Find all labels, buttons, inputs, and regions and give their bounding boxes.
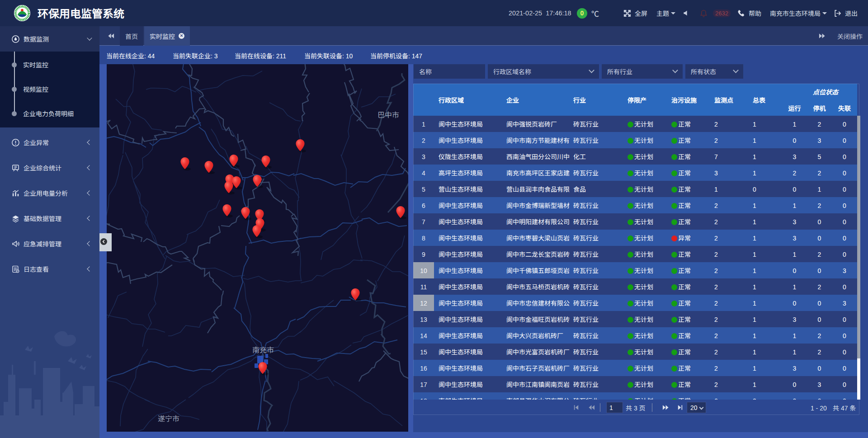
svg-text:巴中市: 巴中市	[377, 109, 399, 120]
svg-text:遂宁市: 遂宁市	[158, 413, 179, 424]
svg-text:南充市: 南充市	[252, 344, 274, 355]
